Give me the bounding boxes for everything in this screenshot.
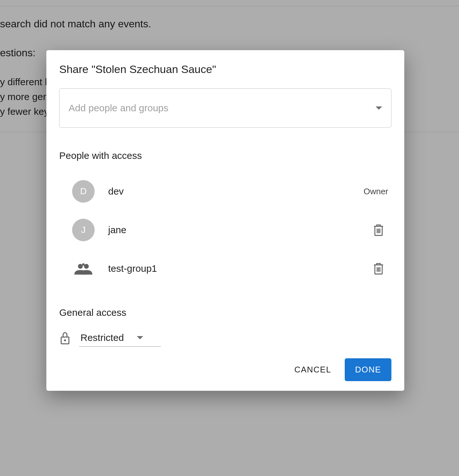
cancel-button[interactable]: CANCEL <box>286 358 339 381</box>
general-access-select[interactable]: Restricted <box>79 329 161 347</box>
general-access-row: Restricted <box>59 329 391 347</box>
role-label: Owner <box>363 187 388 197</box>
svg-point-6 <box>84 264 89 269</box>
dialog-actions: CANCEL DONE <box>59 358 391 381</box>
group-icon <box>72 257 95 280</box>
trash-icon <box>373 262 384 275</box>
avatar: J <box>72 219 95 241</box>
lock-icon <box>59 331 71 345</box>
avatar: D <box>72 180 95 203</box>
person-name: jane <box>108 224 369 235</box>
remove-user-button[interactable] <box>369 220 388 240</box>
general-access-label: General access <box>59 307 391 318</box>
done-button[interactable]: DONE <box>345 358 391 381</box>
person-name: dev <box>108 186 363 197</box>
svg-rect-14 <box>64 339 66 341</box>
svg-point-7 <box>82 263 84 265</box>
share-dialog: Share "Stolen Szechuan Sauce" Add people… <box>46 50 404 391</box>
chevron-down-icon <box>376 106 382 110</box>
people-list: D dev Owner J jane <box>59 172 391 288</box>
person-row: test-group1 <box>59 249 391 288</box>
group-name: test-group1 <box>108 263 369 274</box>
add-people-placeholder: Add people and groups <box>69 103 376 114</box>
people-with-access-label: People with access <box>59 150 391 161</box>
dialog-title: Share "Stolen Szechuan Sauce" <box>59 63 391 76</box>
person-row: J jane <box>59 211 391 249</box>
trash-icon <box>373 224 384 236</box>
person-row: D dev Owner <box>59 172 391 211</box>
chevron-down-icon <box>137 336 143 339</box>
svg-point-5 <box>78 264 83 269</box>
add-people-input[interactable]: Add people and groups <box>59 88 391 128</box>
remove-group-button[interactable] <box>369 259 388 278</box>
general-access-value: Restricted <box>80 332 124 343</box>
